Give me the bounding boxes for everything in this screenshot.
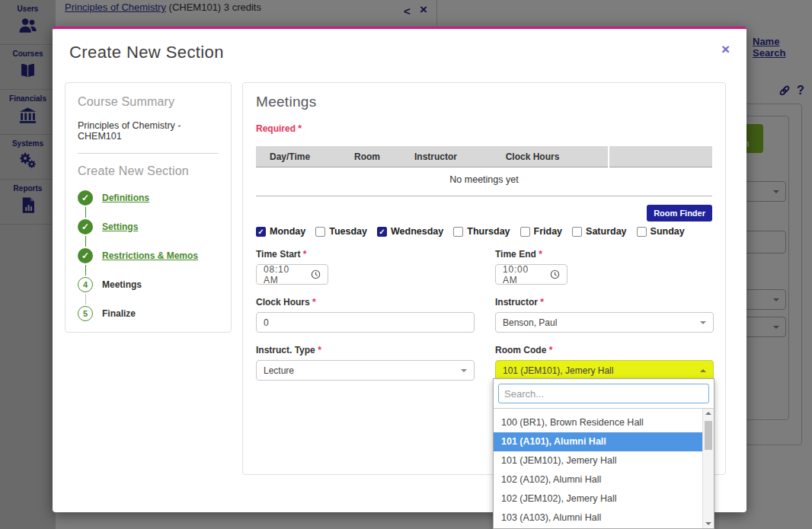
step-check-icon: ✓ [78,219,93,234]
meetings-table-header: Day/TimeRoomInstructorClock Hours [256,146,712,167]
day-checkbox-saturday[interactable]: Saturday [572,226,627,237]
checkbox-unchecked-icon[interactable] [520,227,530,237]
dropdown-option-list: 100 (BR1), Brown Residence Hall101 (A101… [494,408,714,528]
checkbox-unchecked-icon[interactable] [637,227,647,237]
column-header-clock-hours: Clock Hours [468,151,597,162]
wizard-heading: Create New Section [78,164,219,178]
checkbox-checked-icon[interactable]: ✓ [256,227,266,237]
day-label: Sunday [651,226,685,237]
clock-hours-field: Clock Hours * [256,285,475,333]
scrollbar-thumb[interactable] [705,421,712,450]
room-code-select[interactable]: 101 (JEM101), Jemery Hall [495,360,714,381]
scroll-up-icon[interactable] [705,412,711,415]
course-summary-heading: Course Summary [78,95,219,109]
clock-icon [550,269,560,279]
instruct-type-field: Instruct. Type * Lecture [256,333,475,381]
checkbox-unchecked-icon[interactable] [453,227,463,237]
page: UsersCoursesFinancialsSystems Reports Pr… [0,0,812,529]
meetings-empty-row: No meetings yet [256,167,712,196]
instruct-type-select[interactable]: Lecture [256,360,475,381]
day-checkbox-sunday[interactable]: Sunday [637,226,685,237]
chevron-down-icon [461,369,467,375]
summary-divider [78,153,219,154]
step-number-badge: 4 [78,277,93,292]
column-header-day-time: Day/Time [256,151,331,162]
clock-hours-label: Clock Hours * [256,297,475,308]
day-label: Friday [534,226,563,237]
step-number-badge: 5 [78,306,93,321]
meeting-fields: Time Start * 08:10 AM Time End * 10:00 [256,237,712,381]
step-check-icon: ✓ [78,248,93,263]
scroll-down-icon[interactable] [705,522,711,525]
room-code-dropdown: 100 (BR1), Brown Residence Hall101 (A101… [493,378,714,529]
course-summary-name: Principles of Chemistry - CHEM101 [78,120,219,142]
time-start-field: Time Start * 08:10 AM [256,237,475,285]
dropdown-option[interactable]: 103 (A103), Alumni Hall [494,508,702,527]
meetings-heading: Meetings [256,94,712,110]
modal-title: Create New Section [69,43,224,62]
day-label: Thursday [467,226,510,237]
chevron-up-icon [700,366,706,372]
time-end-field: Time End * 10:00 AM [495,237,714,285]
step-label[interactable]: Restrictions & Memos [102,250,198,261]
room-finder-button[interactable]: Room Finder [647,205,712,221]
room-code-label: Room Code * [495,345,714,355]
room-code-field: Room Code * 101 (JEM101), Jemery Hall [495,333,714,381]
day-checkbox-thursday[interactable]: Thursday [453,226,510,237]
wizard-step-settings[interactable]: ✓Settings [78,219,219,234]
day-label: Saturday [586,226,627,237]
step-label: Finalize [102,308,136,319]
step-connector [85,265,87,276]
wizard-steps: ✓Definitions✓Settings✓Restrictions & Mem… [78,190,219,321]
modal-close-icon[interactable]: × [721,43,730,56]
step-connector [85,294,87,304]
day-checkbox-row: ✓MondayTuesday✓WednesdayThursdayFridaySa… [256,226,712,237]
column-header-room: Room [331,151,404,162]
checkbox-checked-icon[interactable]: ✓ [377,227,387,237]
clock-hours-input[interactable] [256,312,475,333]
dropdown-option[interactable]: 101 (JEM101), Jemery Hall [494,451,702,470]
wizard-step-restrictions-memos[interactable]: ✓Restrictions & Memos [78,248,219,263]
instructor-field: Instructor * Benson, Paul [495,285,714,333]
day-checkbox-friday[interactable]: Friday [520,226,563,237]
instructor-label: Instructor * [495,297,714,308]
instruct-type-label: Instruct. Type * [256,345,475,355]
instructor-select[interactable]: Benson, Paul [495,312,714,333]
clock-icon [311,269,321,279]
step-connector [85,236,87,247]
dropdown-search-input[interactable] [498,384,709,403]
day-label: Tuesday [329,226,367,237]
time-start-label: Time Start * [256,249,475,260]
checkbox-unchecked-icon[interactable] [315,227,325,237]
chevron-down-icon [700,321,706,327]
day-label: Wednesday [391,226,443,237]
step-check-icon: ✓ [78,190,93,206]
course-summary-card: Course Summary Principles of Chemistry -… [65,82,232,333]
day-checkbox-wednesday[interactable]: ✓Wednesday [377,226,443,237]
time-start-input[interactable]: 08:10 AM [256,264,328,285]
room-finder-row: Room Finder [256,205,712,221]
time-end-input[interactable]: 10:00 AM [495,264,567,285]
time-end-label: Time End * [495,249,714,260]
wizard-step-definitions[interactable]: ✓Definitions [78,190,219,206]
dropdown-option[interactable]: 102 (A102), Alumni Hall [494,470,702,489]
column-header-instructor: Instructor [404,151,468,162]
wizard-step-meetings: 4Meetings [78,277,219,292]
dropdown-option[interactable]: 100 (BR1), Brown Residence Hall [494,413,702,432]
dropdown-option[interactable]: 102 (JEM102), Jemery Hall [494,489,702,508]
header-column-separator [608,146,609,167]
required-label: Required * [256,123,712,134]
step-label[interactable]: Definitions [102,193,149,203]
day-label: Monday [270,226,305,237]
day-checkbox-monday[interactable]: ✓Monday [256,226,305,237]
checkbox-unchecked-icon[interactable] [572,227,582,237]
day-checkbox-tuesday[interactable]: Tuesday [315,226,367,237]
step-label[interactable]: Settings [102,221,138,232]
create-new-section-modal: Create New Section × Course Summary Prin… [53,27,746,512]
dropdown-option[interactable]: 101 (A101), Alumni Hall [494,432,702,451]
step-connector [85,207,87,218]
dropdown-scrollbar[interactable] [702,409,714,528]
step-label: Meetings [102,279,142,290]
wizard-step-finalize: 5Finalize [78,306,219,321]
